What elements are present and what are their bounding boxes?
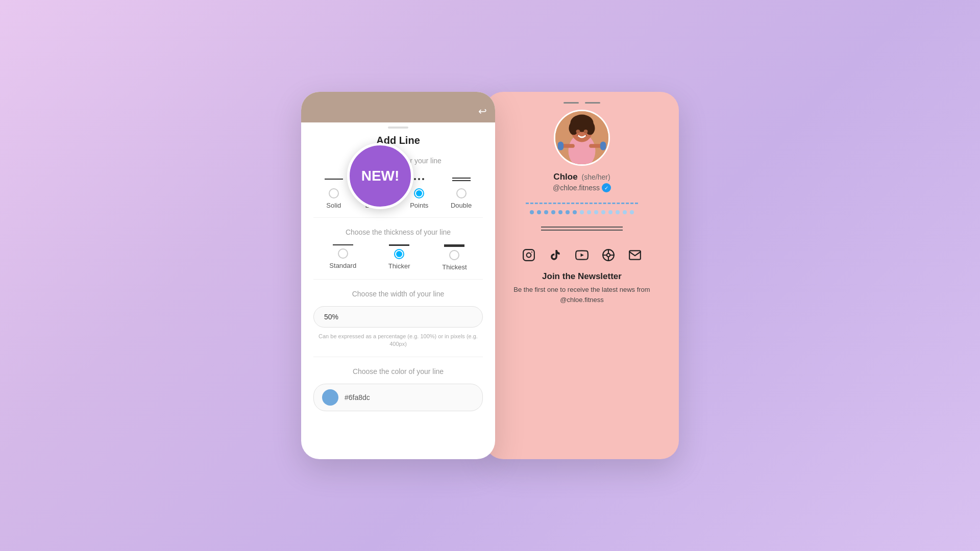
tiktok-icon[interactable] bbox=[547, 247, 564, 263]
verified-badge: ✓ bbox=[602, 183, 611, 192]
solid-label: Solid bbox=[326, 202, 341, 209]
dots-line-blue bbox=[516, 210, 648, 214]
left-phone: ↩ Add Line Choose a style for your line … bbox=[301, 92, 495, 459]
thicker-label: Thicker bbox=[388, 262, 410, 270]
dot bbox=[601, 210, 605, 214]
phone-header: ↩ bbox=[301, 92, 495, 122]
profile-section: Chloe (she/her) @chloe.fitness ✓ bbox=[485, 110, 679, 305]
svg-point-14 bbox=[531, 252, 532, 253]
thickest-line-icon bbox=[444, 244, 464, 247]
dot bbox=[551, 210, 555, 214]
width-hint: Can be expressed as a percentage (e.g. 1… bbox=[313, 333, 483, 348]
standard-label: Standard bbox=[329, 262, 356, 269]
divider-3 bbox=[313, 357, 483, 357]
avatar bbox=[554, 110, 610, 166]
youtube-icon[interactable] bbox=[574, 247, 590, 263]
thickness-options: Standard Thicker Thickest bbox=[313, 244, 483, 271]
dot bbox=[544, 210, 548, 214]
thickness-option-standard[interactable]: Standard bbox=[329, 244, 356, 271]
new-badge: NEW! bbox=[347, 143, 413, 209]
dot bbox=[594, 210, 598, 214]
svg-marker-15 bbox=[581, 254, 584, 257]
thickness-option-thickest[interactable]: Thickest bbox=[442, 244, 467, 271]
email-icon[interactable] bbox=[627, 247, 643, 263]
thickest-radio[interactable] bbox=[449, 250, 459, 260]
thicker-radio[interactable] bbox=[394, 249, 404, 259]
header-dash-1 bbox=[564, 102, 579, 104]
divider-2 bbox=[313, 279, 483, 280]
double-line-icon bbox=[452, 173, 471, 185]
dot bbox=[580, 210, 584, 214]
thickness-section: Choose the thickness of your line Standa… bbox=[313, 228, 483, 271]
newsletter-section: Join the Newsletter Be the first one to … bbox=[495, 271, 669, 305]
svg-rect-11 bbox=[600, 142, 606, 151]
thicker-line-icon bbox=[389, 244, 409, 246]
width-section: Choose the width of your line 50% Can be… bbox=[313, 290, 483, 348]
points-radio[interactable] bbox=[414, 188, 424, 198]
main-scene: NEW! ↩ Add Line Choose a style for your … bbox=[301, 92, 679, 459]
svg-point-7 bbox=[584, 130, 588, 134]
solid-line-icon bbox=[325, 173, 343, 185]
dashed-line-container bbox=[495, 203, 669, 204]
profile-name: Chloe bbox=[553, 172, 577, 182]
instagram-icon[interactable] bbox=[521, 247, 537, 263]
standard-radio[interactable] bbox=[338, 248, 348, 259]
color-section: Choose the color of your line #6fa8dc bbox=[313, 367, 483, 411]
phone-notch bbox=[301, 122, 495, 131]
dot bbox=[630, 210, 634, 214]
color-section-label: Choose the color of your line bbox=[313, 367, 483, 375]
right-header bbox=[485, 92, 679, 110]
handle-text: @chloe.fitness bbox=[553, 184, 600, 192]
profile-pronouns: (she/her) bbox=[582, 173, 610, 181]
newsletter-text: Be the first one to receive the latest n… bbox=[507, 285, 656, 305]
color-input-container[interactable]: #6fa8dc bbox=[313, 384, 483, 411]
svg-rect-12 bbox=[523, 249, 534, 261]
thickest-label: Thickest bbox=[442, 263, 467, 271]
style-option-double[interactable]: Double bbox=[451, 173, 472, 209]
thickness-section-label: Choose the thickness of your line bbox=[313, 228, 483, 236]
points-line-icon bbox=[414, 173, 424, 185]
style-option-solid[interactable]: Solid bbox=[325, 173, 343, 209]
svg-point-13 bbox=[527, 253, 531, 258]
avatar-image bbox=[555, 111, 608, 164]
width-input-container[interactable]: 50% bbox=[313, 306, 483, 328]
dot bbox=[623, 210, 627, 214]
width-input[interactable]: 50% bbox=[324, 313, 472, 321]
solid-radio[interactable] bbox=[329, 188, 339, 198]
points-label: Points bbox=[410, 202, 428, 209]
dashes-line-blue bbox=[526, 203, 638, 204]
dot bbox=[537, 210, 541, 214]
dot bbox=[558, 210, 562, 214]
dot bbox=[616, 210, 620, 214]
social-icons bbox=[510, 247, 653, 263]
color-swatch[interactable] bbox=[322, 389, 338, 406]
profile-handle: @chloe.fitness ✓ bbox=[553, 183, 611, 192]
standard-line-icon bbox=[333, 244, 353, 245]
name-row: Chloe (she/her) bbox=[553, 172, 610, 182]
dot bbox=[608, 210, 612, 214]
double-line-top bbox=[541, 227, 623, 228]
dot bbox=[587, 210, 591, 214]
width-section-label: Choose the width of your line bbox=[313, 290, 483, 298]
dot bbox=[566, 210, 570, 214]
header-dash-2 bbox=[585, 102, 600, 104]
svg-point-6 bbox=[576, 130, 580, 134]
dot bbox=[573, 210, 577, 214]
panel-title: Add Line bbox=[313, 135, 483, 146]
new-badge-text: NEW! bbox=[361, 168, 400, 184]
avatar-svg bbox=[555, 110, 608, 166]
right-phone: Chloe (she/her) @chloe.fitness ✓ bbox=[485, 92, 679, 459]
svg-rect-9 bbox=[558, 142, 564, 151]
dot bbox=[530, 210, 534, 214]
podcast-icon[interactable] bbox=[600, 247, 617, 263]
newsletter-title: Join the Newsletter bbox=[507, 271, 656, 282]
double-line-container bbox=[541, 227, 623, 231]
notch-bar bbox=[388, 127, 408, 129]
double-label: Double bbox=[451, 202, 472, 209]
thickness-option-thicker[interactable]: Thicker bbox=[388, 244, 410, 271]
double-radio[interactable] bbox=[456, 188, 467, 198]
back-icon[interactable]: ↩ bbox=[478, 105, 487, 117]
double-line-bottom bbox=[541, 230, 623, 231]
color-value: #6fa8dc bbox=[345, 393, 370, 402]
divider-1 bbox=[313, 217, 483, 218]
